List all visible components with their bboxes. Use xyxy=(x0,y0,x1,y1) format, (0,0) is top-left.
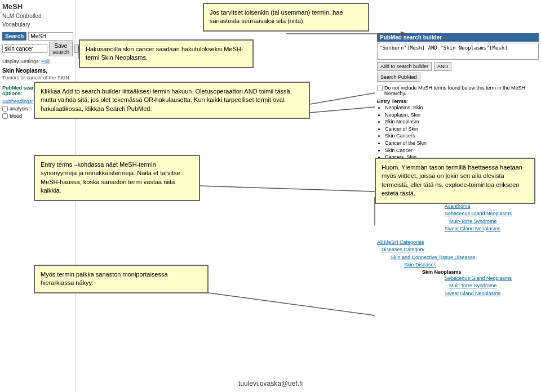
callout-click-add: Klikkaa Add to search builder liittääkse… xyxy=(34,82,310,119)
skin-neoplasms-bold-2: Skin Neoplasms xyxy=(422,269,462,275)
add-to-builder-button[interactable]: Add to search builder xyxy=(377,62,432,71)
all-mesh-link-2[interactable]: All MeSH Categories xyxy=(377,239,539,247)
skin-neoplasms-desc: Tumors or cancer of the SKIN. xyxy=(2,75,73,81)
callout-bottom-text: Myös termin paikka sanaston moniportaise… xyxy=(41,271,168,286)
analysis-label: analysis xyxy=(10,106,28,112)
logo-nlm: NLM Controlled xyxy=(2,13,41,19)
logo-mesh: MeSH xyxy=(2,2,23,11)
mesh-checkbox-row: Do not include MeSH terms found below th… xyxy=(377,85,539,96)
callout-entry-terms: Entry terms –kohdassa näet MeSH-termin s… xyxy=(34,155,200,201)
hierarchy-section-2: All MeSH Categories Diseases Category Sk… xyxy=(377,239,539,298)
logo-vocab: Vocabulary xyxy=(2,21,30,28)
list-item: Skin Cancers xyxy=(385,132,539,140)
sweat-gland-link-2[interactable]: Sweat Gland Neoplasms xyxy=(445,290,539,298)
blood-label: blood xyxy=(10,113,22,119)
callout-hakusanoilla-text: Hakusanoilla skin cancer saadaan hakutul… xyxy=(86,46,243,61)
skin-neoplasms-title: Skin Neoplasms, xyxy=(2,68,73,74)
display-settings-row: Display Settings: Full xyxy=(2,59,73,64)
list-item: Neoplasms, Skin xyxy=(385,104,539,112)
acanthoma-link[interactable]: Acanthoma xyxy=(445,203,539,211)
sebaceous-link-1[interactable]: Sebaceous Gland Neoplasms xyxy=(445,210,539,218)
mesh-search-input[interactable] xyxy=(28,32,73,41)
callout-huom: Huom. Ylemmän tason termillä haettaessa … xyxy=(375,158,535,204)
list-item: Skin Neoplasm xyxy=(385,118,539,126)
diseases-link-2[interactable]: Diseases Category xyxy=(382,246,539,254)
svg-line-6 xyxy=(209,293,375,315)
sebaceous-link-2[interactable]: Sebaceous Gland Neoplasms xyxy=(445,275,539,283)
list-item: Cancer of the Skin xyxy=(385,140,539,147)
do-not-include-label: Do not include MeSH terms found below th… xyxy=(384,85,539,96)
sidebar-logo: MeSH NLM Controlled Vocabulary xyxy=(2,2,73,29)
list-item: Cancer of Skin xyxy=(385,126,539,133)
svg-line-2 xyxy=(310,93,375,104)
callout-click-add-text: Klikkaa Add to search builder liittääkse… xyxy=(41,88,292,112)
skin-diseases-link[interactable]: Skin Diseases xyxy=(404,261,539,269)
entry-terms-label: Entry Terms: xyxy=(377,99,539,104)
footer-email: tuulevi.ovaska@uef.fi xyxy=(238,380,303,387)
do-not-include-checkbox[interactable] xyxy=(377,86,383,91)
pubmed-btn-row: Add to search builder AND xyxy=(377,62,539,71)
muir-torre-link-2[interactable]: Muir-Torre Syndrome xyxy=(449,282,539,290)
callout-jos-tarvitset: Jos tarvitset toisenkin (tai usemman) te… xyxy=(203,3,369,32)
callout-bottom: Myös termin paikka sanaston moniportaise… xyxy=(34,265,209,293)
pubmed-builder-panel: PubMed search builder "Sunburn"[Mesh] AN… xyxy=(375,31,541,392)
search-label: Search xyxy=(2,32,26,41)
skin-cancer-input[interactable] xyxy=(2,44,47,53)
svg-line-4 xyxy=(200,186,375,191)
save-search-button[interactable]: Save search xyxy=(49,42,73,56)
sweat-gland-link-1[interactable]: Sweat Gland Neoplasms xyxy=(445,225,539,233)
callout-huom-text: Huom. Ylemmän tason termillä haettaessa … xyxy=(382,164,522,197)
pubmed-query-box[interactable]: "Sunburn"[Mesh] AND "Skin Neoplasms"[Mes… xyxy=(377,43,539,60)
and-button[interactable]: AND xyxy=(434,62,451,71)
callout-jos-tarvitset-text: Jos tarvitset toisenkin (tai usemman) te… xyxy=(210,9,343,24)
full-link[interactable]: Full xyxy=(42,59,50,64)
list-item: Neoplasm, Skin xyxy=(385,112,539,119)
callout-hakusanoilla: Hakusanoilla skin cancer saadaan hakutul… xyxy=(79,39,254,68)
skin-connective-link[interactable]: Skin and Connective Tissue Diseases xyxy=(391,254,539,262)
svg-line-3 xyxy=(310,107,375,113)
callout-entry-terms-text: Entry terms –kohdassa näet MeSH-termin s… xyxy=(41,161,180,194)
entry-terms-list: Neoplasms, Skin Neoplasm, Skin Skin Neop… xyxy=(377,104,539,161)
analysis-checkbox[interactable] xyxy=(2,106,8,112)
search-pubmed-button[interactable]: Search PubMed xyxy=(377,73,420,82)
footer: tuulevi.ovaska@uef.fi xyxy=(0,380,541,387)
blood-checkbox[interactable] xyxy=(2,113,8,119)
muir-torre-link-1[interactable]: Muir-Torre Syndrome xyxy=(449,218,539,226)
mesh-entry-section: Do not include MeSH terms found below th… xyxy=(377,85,539,161)
list-item: Skin Cancer xyxy=(385,147,539,154)
pubmed-builder-header: PubMed search builder xyxy=(377,33,539,42)
